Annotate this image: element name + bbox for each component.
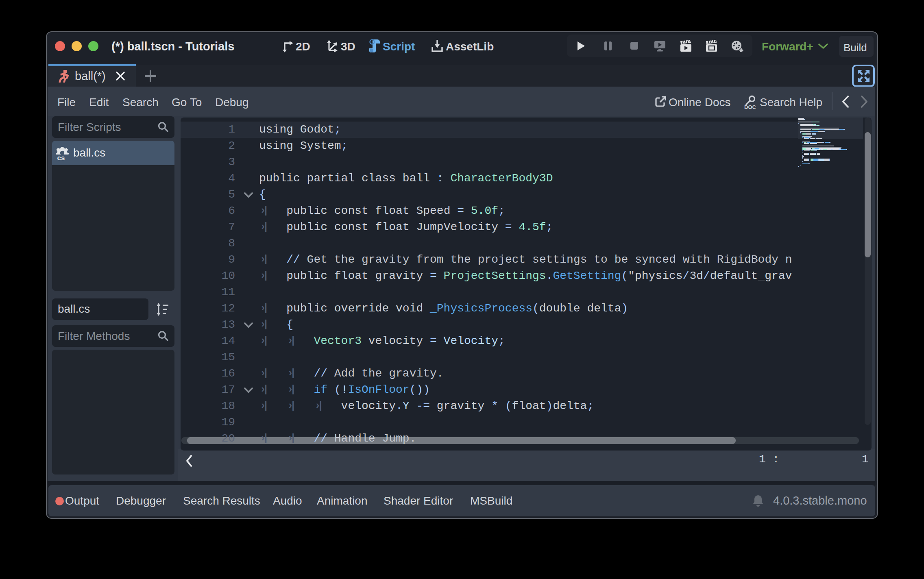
svg-text:DOC: DOC <box>744 104 756 110</box>
svg-text:cs: cs <box>57 154 65 161</box>
